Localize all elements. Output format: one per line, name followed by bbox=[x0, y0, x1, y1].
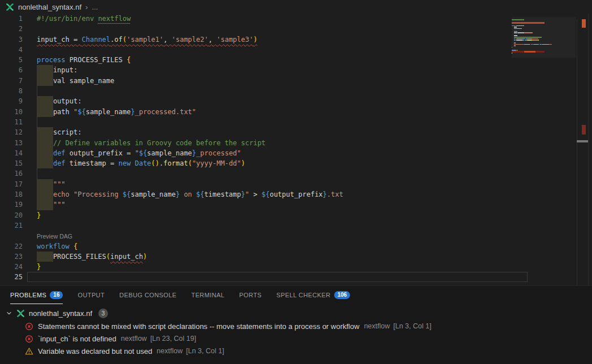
warning-icon bbox=[25, 347, 33, 356]
line-number[interactable]: 4 bbox=[0, 45, 23, 55]
indent-guide bbox=[37, 168, 37, 179]
code-line[interactable]: 20} bbox=[0, 210, 577, 220]
code-line-text: // Define variables in Groovy code befor… bbox=[37, 138, 266, 148]
code-line-text: #!/usr/bin/env nextflow bbox=[37, 14, 131, 24]
line-number[interactable]: 16 bbox=[0, 168, 23, 179]
error-icon bbox=[25, 322, 33, 331]
line-number[interactable]: 22 bbox=[0, 241, 23, 252]
breadcrumb-file-name[interactable]: nonlethal_syntax.nf bbox=[18, 3, 81, 11]
code-line-text: process PROCESS_FILES { bbox=[37, 55, 131, 65]
code-line[interactable]: 12 script: bbox=[0, 127, 577, 137]
code-line[interactable]: 17 """ bbox=[0, 179, 577, 189]
problem-row[interactable]: Variable was declared but not usednextfl… bbox=[0, 345, 592, 357]
code-area[interactable]: 1#!/usr/bin/env nextflow23input_ch = Cha… bbox=[0, 14, 577, 283]
panel-tab-label: TERMINAL bbox=[191, 292, 224, 298]
line-number[interactable]: 15 bbox=[0, 158, 23, 168]
line-number[interactable]: 20 bbox=[0, 210, 23, 220]
code-line-text: input_ch = Channel.of('sample1', 'sample… bbox=[37, 34, 257, 45]
minimap[interactable] bbox=[512, 19, 576, 55]
code-line[interactable]: 7 val sample_name bbox=[0, 76, 577, 86]
problem-row[interactable]: Statements cannot be mixed with script d… bbox=[0, 320, 592, 332]
code-line[interactable]: 16 bbox=[0, 168, 577, 179]
error-icon bbox=[25, 335, 33, 343]
line-number[interactable]: 5 bbox=[0, 55, 23, 65]
code-line[interactable]: 18 echo "Processing ${sample_name} on ${… bbox=[0, 189, 577, 200]
line-number[interactable]: 17 bbox=[0, 179, 23, 189]
code-line-text: PROCESS_FILES(input_ch) bbox=[37, 252, 147, 262]
line-number[interactable]: 14 bbox=[0, 148, 23, 158]
code-line[interactable]: 10 path "${sample_name}_processed.txt" bbox=[0, 107, 577, 117]
code-line[interactable]: 14 def output_prefix = "${sample_name}_p… bbox=[0, 148, 577, 158]
code-line-text: } bbox=[37, 210, 41, 220]
problems-file-name: nonlethal_syntax.nf bbox=[29, 309, 92, 318]
overview-marker bbox=[582, 125, 586, 135]
code-line[interactable]: 2 bbox=[0, 24, 577, 34]
code-line-text: workflow { bbox=[37, 241, 77, 252]
overview-marker bbox=[582, 19, 586, 28]
code-line[interactable]: 6 input: bbox=[0, 65, 577, 75]
problem-source: nextflow bbox=[157, 347, 183, 355]
code-line-text: """ bbox=[37, 200, 66, 210]
panel-tab-problems[interactable]: PROBLEMS16 bbox=[10, 286, 63, 304]
line-number[interactable]: 18 bbox=[0, 189, 23, 200]
line-number[interactable]: 12 bbox=[0, 127, 23, 137]
code-line-text: def output_prefix = "${sample_name}_proc… bbox=[37, 148, 241, 158]
panel-tab-ports[interactable]: PORTS bbox=[239, 286, 262, 304]
code-line[interactable]: 5process PROCESS_FILES { bbox=[0, 55, 577, 65]
nextflow-logo-icon bbox=[6, 3, 14, 11]
panel-tab-debug-console[interactable]: DEBUG CONSOLE bbox=[119, 286, 176, 304]
code-line[interactable]: 24} bbox=[0, 262, 577, 272]
code-line[interactable]: 13 // Define variables in Groovy code be… bbox=[0, 138, 577, 148]
problems-file-row[interactable]: nonlethal_syntax.nf 3 bbox=[0, 306, 592, 320]
panel-tab-terminal[interactable]: TERMINAL bbox=[191, 286, 224, 304]
code-line[interactable]: 1#!/usr/bin/env nextflow bbox=[0, 14, 577, 24]
panel-tab-label: PROBLEMS bbox=[10, 292, 46, 298]
line-number[interactable]: 6 bbox=[0, 65, 23, 75]
line-number[interactable]: 1 bbox=[0, 14, 23, 24]
line-number[interactable]: 3 bbox=[0, 34, 23, 45]
problem-message: Statements cannot be mixed with script d… bbox=[38, 322, 360, 331]
problem-message: `input_ch` is not defined bbox=[38, 335, 116, 343]
line-number[interactable]: 13 bbox=[0, 138, 23, 148]
code-line[interactable]: 4 bbox=[0, 45, 577, 55]
code-line[interactable]: 19 """ bbox=[0, 200, 577, 210]
panel-tab-spell-checker[interactable]: SPELL CHECKER106 bbox=[276, 286, 351, 304]
line-number[interactable]: 11 bbox=[0, 117, 23, 127]
line-number[interactable]: 23 bbox=[0, 252, 23, 262]
line-number[interactable]: 9 bbox=[0, 96, 23, 106]
line-number[interactable]: 7 bbox=[0, 76, 23, 86]
line-number[interactable]: 25 bbox=[0, 272, 23, 282]
editor[interactable]: 1#!/usr/bin/env nextflow23input_ch = Cha… bbox=[0, 14, 592, 285]
code-line[interactable]: 25 bbox=[0, 272, 577, 282]
minimap-line bbox=[512, 54, 576, 55]
code-line[interactable]: 23 PROCESS_FILES(input_ch) bbox=[0, 252, 577, 262]
error-icon bbox=[25, 335, 33, 343]
line-number[interactable]: 2 bbox=[0, 24, 23, 34]
overview-marker bbox=[577, 140, 588, 142]
chevron-down-icon bbox=[6, 310, 12, 317]
codelens-row[interactable]: Preview DAG bbox=[0, 231, 577, 241]
panel-tab-output[interactable]: OUTPUT bbox=[77, 286, 105, 304]
code-line[interactable]: 15 def timestamp = new Date().format("yy… bbox=[0, 158, 577, 168]
code-line-text: } bbox=[37, 262, 41, 272]
problem-message: Variable was declared but not used bbox=[38, 347, 152, 356]
line-number[interactable]: 8 bbox=[0, 86, 23, 96]
line-number[interactable]: 10 bbox=[0, 107, 23, 117]
code-line[interactable]: 3input_ch = Channel.of('sample1', 'sampl… bbox=[0, 34, 577, 45]
indent-guide bbox=[37, 86, 37, 96]
problem-row[interactable]: `input_ch` is not definednextflow[Ln 23,… bbox=[0, 332, 592, 345]
chevron-down-icon[interactable] bbox=[6, 310, 12, 317]
codelens-preview-dag[interactable]: Preview DAG bbox=[37, 232, 72, 241]
editor-right-border bbox=[588, 14, 589, 299]
code-line[interactable]: 22workflow { bbox=[0, 241, 577, 252]
code-line[interactable]: 11 bbox=[0, 117, 577, 127]
code-line[interactable]: 21 bbox=[0, 220, 577, 231]
error-icon bbox=[25, 322, 33, 331]
line-number[interactable]: 21 bbox=[0, 220, 23, 231]
code-line[interactable]: 9 output: bbox=[0, 96, 577, 106]
breadcrumb-more[interactable]: ... bbox=[92, 3, 98, 11]
line-number[interactable]: 19 bbox=[0, 200, 23, 210]
problems-list: nonlethal_syntax.nf 3 Statements cannot … bbox=[0, 304, 592, 357]
line-number[interactable]: 24 bbox=[0, 262, 23, 272]
code-line[interactable]: 8 bbox=[0, 86, 577, 96]
